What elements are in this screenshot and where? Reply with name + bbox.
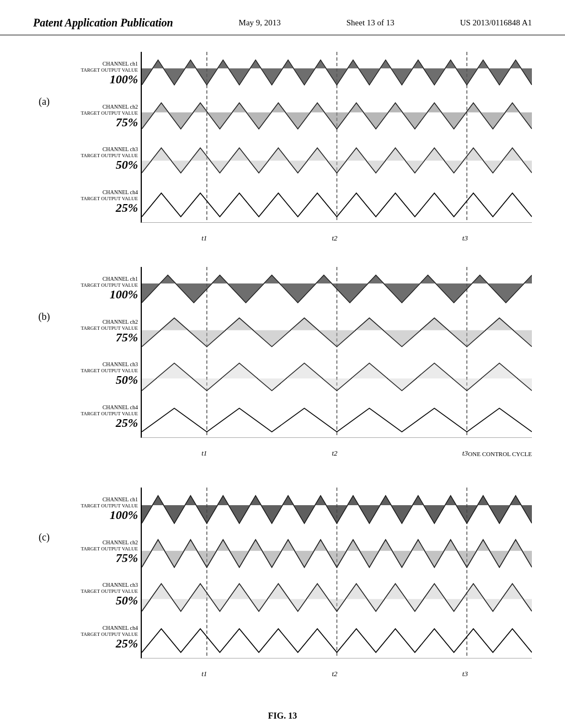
- channel-b-ch3: CHANNEL ch3 TARGET OUTPUT VALUE 50%: [55, 352, 138, 395]
- diagram-section-c: (c) CHANNEL ch1 TARGET OUTPUT VALUE 100%…: [33, 488, 532, 659]
- channel-c-ch1: CHANNEL ch1 TARGET OUTPUT VALUE 100%: [55, 488, 138, 531]
- channels-labels-b: CHANNEL ch1 TARGET OUTPUT VALUE 100% CHA…: [55, 267, 141, 438]
- publication-date: May 9, 2013: [239, 18, 281, 28]
- channel-b-ch2: CHANNEL ch2 TARGET OUTPUT VALUE 75%: [55, 310, 138, 353]
- sheet-info: Sheet 13 of 13: [347, 18, 395, 28]
- publication-number: US 2013/0116848 A1: [460, 18, 532, 28]
- section-label-a: (a): [33, 52, 55, 108]
- page-header: Patent Application Publication May 9, 20…: [0, 0, 565, 35]
- channel-a-ch2: CHANNEL ch2 TARGET OUTPUT VALUE 75%: [55, 95, 138, 138]
- waveform-area-c: [141, 488, 532, 659]
- waveform-area-b: [141, 267, 532, 438]
- waveform-area-a: [141, 52, 532, 223]
- channels-labels-a: CHANNEL ch1 TARGET OUTPUT VALUE 100% CHA…: [55, 52, 141, 223]
- diagram-section-b: (b) CHANNEL ch1 TARGET OUTPUT VALUE 100%…: [33, 267, 532, 438]
- channel-a-ch1: CHANNEL ch1 TARGET OUTPUT VALUE 100%: [55, 52, 138, 95]
- publication-title: Patent Application Publication: [33, 17, 173, 29]
- control-cycle-label: ONE CONTROL CYCLE: [468, 451, 532, 457]
- section-label-c: (c): [33, 488, 55, 543]
- channel-a-ch4: CHANNEL ch4 TARGET OUTPUT VALUE 25%: [55, 180, 138, 223]
- channel-b-ch4: CHANNEL ch4 TARGET OUTPUT VALUE 25%: [55, 395, 138, 438]
- channel-c-ch4: CHANNEL ch4 TARGET OUTPUT VALUE 25%: [55, 616, 138, 659]
- channel-c-ch2: CHANNEL ch2 TARGET OUTPUT VALUE 75%: [55, 531, 138, 574]
- channel-a-ch3: CHANNEL ch3 TARGET OUTPUT VALUE 50%: [55, 137, 138, 180]
- section-label-b: (b): [33, 267, 55, 323]
- channel-c-ch3: CHANNEL ch3 TARGET OUTPUT VALUE 50%: [55, 573, 138, 616]
- main-content: (a) CHANNEL ch1 TARGET OUTPUT VALUE 100%…: [0, 46, 565, 728]
- figure-label: FIG. 13: [33, 711, 532, 721]
- page: Patent Application Publication May 9, 20…: [0, 0, 565, 728]
- channel-b-ch1: CHANNEL ch1 TARGET OUTPUT VALUE 100%: [55, 267, 138, 310]
- diagram-section-a: (a) CHANNEL ch1 TARGET OUTPUT VALUE 100%…: [33, 52, 532, 223]
- channels-labels-c: CHANNEL ch1 TARGET OUTPUT VALUE 100% CHA…: [55, 488, 141, 659]
